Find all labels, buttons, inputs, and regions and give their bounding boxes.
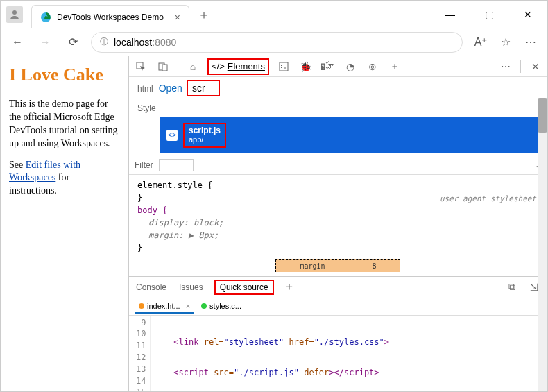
refresh-button[interactable]: ⟳ <box>63 33 83 52</box>
code-body[interactable]: <link rel="stylesheet" href="./styles.cs… <box>151 316 547 391</box>
new-tab-button[interactable]: ＋ <box>198 6 210 23</box>
devtools-more-button[interactable]: ⋯ <box>498 59 513 74</box>
quick-source-drawer-tab[interactable]: Quick source <box>214 280 274 295</box>
url-input[interactable]: ⓘ localhost:8080 <box>91 32 463 53</box>
svg-rect-5 <box>280 62 288 71</box>
svg-point-0 <box>12 10 17 15</box>
close-file-icon[interactable]: × <box>186 302 190 310</box>
devtools-drawer: Console Issues Quick source ＋ ⧉ ⇲ index.… <box>129 276 547 391</box>
modified-dot-icon <box>139 303 144 309</box>
forward-button: → <box>35 33 55 52</box>
page-link-para: See Edit files with Workspaces for instr… <box>9 159 119 198</box>
read-aloud-button[interactable]: A⁺ <box>471 33 490 52</box>
close-window-button[interactable]: ✕ <box>514 4 542 25</box>
file-tab-index[interactable]: index.ht... × <box>135 300 194 314</box>
maximize-button[interactable]: ▢ <box>475 4 503 25</box>
settings-menu-button[interactable]: ⋯ <box>521 33 540 52</box>
source-code-editor[interactable]: 9 10 11 12 13 14 15 <link rel="styleshee… <box>129 316 547 391</box>
elements-tab[interactable]: </> Elements <box>207 58 269 75</box>
minimize-button[interactable]: — <box>436 4 464 25</box>
network-tab-icon[interactable]: �హ <box>320 59 336 74</box>
welcome-icon[interactable]: ⌂ <box>185 59 200 74</box>
devtools-panel: ⌂ </> Elements 🐞 �హ ◔ ⊚ ＋ ⋯ ✕ <box>128 56 547 391</box>
devtools-close-button[interactable]: ✕ <box>528 59 543 74</box>
rendered-page: I Love Cake This is the demo page for th… <box>1 56 128 391</box>
more-tabs-button[interactable]: ＋ <box>387 59 402 74</box>
vertical-scrollbar[interactable] <box>538 98 547 391</box>
memory-tab-icon[interactable]: ⊚ <box>365 59 380 74</box>
file-icon: <> <box>166 130 178 141</box>
console-tab-icon[interactable] <box>276 59 291 74</box>
browser-tab[interactable]: DevTools Workspaces Demo × <box>31 5 189 28</box>
styles-crumb[interactable]: Style <box>135 102 159 114</box>
source-file-tabs: index.ht... × styles.c... <box>129 298 547 316</box>
issues-drawer-tab[interactable]: Issues <box>178 280 205 295</box>
code-icon: </> <box>212 61 225 71</box>
line-gutter: 9 10 11 12 13 14 15 <box>129 316 151 391</box>
synced-dot-icon <box>201 303 207 309</box>
devtools-toolbar: ⌂ </> Elements 🐞 �హ ◔ ⊚ ＋ ⋯ ✕ <box>129 56 547 77</box>
device-toolbar-icon[interactable] <box>155 59 171 74</box>
box-model-diagram[interactable]: margin 8 <box>275 259 400 272</box>
url-text: localhost:8080 <box>114 37 176 48</box>
file-tab-styles[interactable]: styles.c... <box>197 300 246 314</box>
element-breadcrumb-tabs: html <box>135 80 156 95</box>
filter-label: Filter <box>135 160 153 170</box>
sources-tab-icon[interactable]: 🐞 <box>298 59 314 74</box>
styles-pane[interactable]: element.style { } body { user agent styl… <box>129 175 547 276</box>
tab-title: DevTools Workspaces Demo <box>57 12 164 22</box>
open-file-input[interactable] <box>187 80 220 96</box>
site-info-icon[interactable]: ⓘ <box>100 36 108 48</box>
file-suggestion[interactable]: <> script.js app/ <box>160 117 545 153</box>
performance-tab-icon[interactable]: ◔ <box>343 59 358 74</box>
open-label: Open <box>159 83 182 94</box>
inspect-icon[interactable] <box>133 59 148 74</box>
edge-icon <box>40 12 51 23</box>
suggest-filename: script.js <box>189 126 221 135</box>
html-crumb[interactable]: html <box>135 83 156 95</box>
suggest-path: app/ <box>189 135 221 144</box>
page-intro: This is the demo page for the official M… <box>9 98 119 151</box>
styles-header: Filter ⌄ <box>129 156 547 175</box>
favorites-button[interactable]: ☆ <box>496 33 515 52</box>
page-heading: I Love Cake <box>9 65 119 85</box>
tab-close-icon[interactable]: × <box>175 12 180 23</box>
open-file-area: html Open Style <> <box>129 77 547 156</box>
profile-avatar[interactable] <box>6 6 23 23</box>
address-bar: ← → ⟳ ⓘ localhost:8080 A⁺ ☆ ⋯ <box>1 28 547 56</box>
dock-icon[interactable]: ⧉ <box>504 280 520 295</box>
console-drawer-tab[interactable]: Console <box>135 280 168 295</box>
ua-stylesheet-label: user agent stylesheet <box>440 194 536 203</box>
svg-rect-4 <box>162 65 167 71</box>
browser-titlebar: DevTools Workspaces Demo × ＋ — ▢ ✕ <box>1 1 547 28</box>
back-button[interactable]: ← <box>8 33 27 52</box>
styles-filter-input[interactable] <box>159 159 194 171</box>
drawer-add-tab[interactable]: ＋ <box>284 280 295 294</box>
